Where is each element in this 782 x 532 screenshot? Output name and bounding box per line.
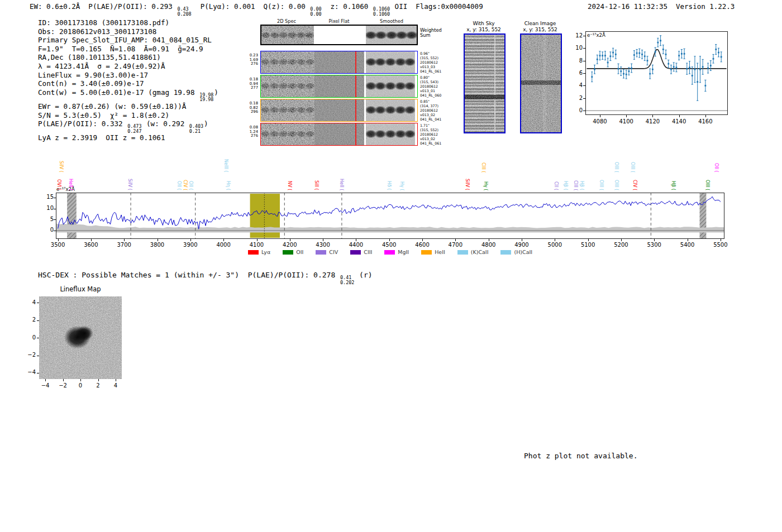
- fiber-positions-plot: [39, 296, 122, 379]
- data-point: [633, 54, 635, 56]
- x-tick-mark: [721, 239, 721, 241]
- emission-line-label: Hβ (: [579, 181, 584, 190]
- emission-line-label: NeIII (: [223, 159, 228, 172]
- fiber-id-value: 20180612: [420, 84, 441, 89]
- fiber-id-value: 041_RL_061: [420, 141, 441, 146]
- data-point: [597, 59, 598, 60]
- y-tick-mark: [583, 48, 585, 49]
- y-tick-label: −2: [20, 352, 36, 358]
- weighted-smoothed-image: [366, 26, 417, 44]
- y-tick-label: 2: [567, 95, 583, 101]
- row-pixel-flat-image: [314, 51, 364, 73]
- fiber-id-value: (314, 377): [420, 104, 441, 108]
- row-weight-labels: 0.231.69276: [246, 54, 258, 66]
- x-tick-mark: [679, 115, 680, 117]
- row-smoothed-image: [366, 123, 415, 145]
- legend-label: (K)CaII: [471, 249, 489, 255]
- legend-swatch: [283, 250, 293, 255]
- spec2d-row-0: [260, 51, 418, 74]
- info-line-9: EWr = 0.87(±0.26) (w: 0.59(±0.18))Å: [38, 102, 218, 111]
- y-tick-label: 8: [567, 57, 583, 64]
- elixer-report-page: EW: 0.6±0.2Å P(LAE)/P(OII): 0.293 0.430.…: [0, 0, 782, 532]
- x-tick-mark: [600, 115, 600, 117]
- y-tick-label: 4: [567, 82, 583, 88]
- row-pixel-flat-image: [314, 99, 364, 121]
- x-tick-label: 4200: [283, 242, 297, 248]
- y-tick-mark: [54, 219, 56, 220]
- row-pixel-flat-image: [314, 75, 364, 97]
- info-line-10: S/N = 5.3(±0.5) χ² = 1.8(±0.2): [38, 111, 218, 120]
- text-segment: F=1.9" T=0.165 N̄=1.08 Ā=0.91 ḡ=24.9: [38, 45, 203, 53]
- fraction-bottom: 0.247: [127, 129, 141, 134]
- x-tick-mark: [91, 239, 92, 241]
- y-tick-label: 0: [38, 227, 54, 233]
- y-tick-mark: [583, 85, 585, 86]
- photz-unavailable-note: Phot z plot not available.: [524, 452, 638, 460]
- fraction-bottom: 0.202: [340, 280, 354, 285]
- data-point: [704, 85, 706, 87]
- data-point: [620, 70, 622, 72]
- y-tick-mark: [583, 98, 585, 99]
- data-point: [591, 76, 593, 78]
- legend-item-mgii: MgII: [384, 249, 409, 255]
- fraction-bottom: 0.208: [177, 12, 191, 17]
- info-line-6: LineFlux = 9.90(±3.00)e-17: [38, 71, 218, 80]
- row-weight-labels: 0.180.82296: [246, 102, 258, 114]
- stacked-fraction: 0.10600.1060: [373, 7, 390, 16]
- noise-texture: [366, 75, 415, 97]
- x-tick-mark: [522, 239, 522, 241]
- legend-item-hcaii: (H)CaII: [500, 249, 532, 255]
- y-tick-mark: [583, 73, 585, 74]
- fraction-bottom: 0.21: [189, 129, 203, 134]
- x-tick-label: −4: [41, 382, 50, 389]
- x-tick-label: 4000: [216, 242, 230, 248]
- text-segment: (w: 0.292: [142, 119, 188, 128]
- fiber-id-value: (315, 552): [420, 128, 441, 132]
- fiber-id-value: v013_01: [420, 89, 441, 93]
- fiber-id-value: v013_02: [420, 137, 441, 141]
- row-2d-spec-image: [261, 75, 314, 97]
- y-tick-label: 0: [567, 107, 583, 113]
- x-tick-label: −2: [59, 382, 67, 389]
- x-tick-label: 5200: [614, 242, 628, 248]
- inset-unit-label: e⁻¹⁷x2Å: [587, 32, 605, 38]
- emission-line-label: OII (: [713, 163, 719, 172]
- stacked-fraction: 19.9819.98: [199, 93, 213, 102]
- emission-line-label: CII (: [553, 181, 559, 190]
- text-segment: EWr = 0.87(±0.26) (w: 0.59(±0.18))Å: [38, 102, 186, 111]
- data-point: [649, 73, 651, 75]
- text-segment: RA,Dec (180.101135,51.418861): [38, 53, 161, 61]
- data-point: [641, 54, 643, 55]
- x-tick-mark: [290, 239, 290, 241]
- data-point: [699, 69, 701, 70]
- text-segment: P(Lyα): 0.001 Q(z): 0.00: [192, 2, 310, 11]
- stack-subtitle: x, y: 315, 552: [523, 27, 557, 32]
- pixel-flat-marker-line: [355, 99, 356, 121]
- x-tick-mark: [626, 115, 627, 117]
- legend-label: MgII: [398, 249, 409, 255]
- x-tick-label: 4800: [481, 242, 495, 248]
- data-point: [713, 58, 714, 60]
- data-point: [602, 55, 603, 56]
- data-point: [636, 52, 638, 54]
- data-point: [692, 75, 693, 76]
- text-segment: OII Flags:0x00004009: [390, 2, 483, 11]
- text-segment: P(LAE)/P(OII): 0.332: [38, 119, 127, 128]
- y-tick-mark: [54, 231, 56, 231]
- fiber-id-value: v013_03: [420, 65, 441, 69]
- emission-line-label: CIII (: [573, 180, 578, 190]
- emission-line-label: OIII (: [613, 180, 619, 190]
- x-tick-label: 4140: [672, 118, 686, 124]
- emission-line-label: Hγ (: [483, 181, 488, 190]
- emission-line-label: Hβ (: [562, 181, 568, 190]
- pixel-flat-marker-line: [355, 123, 356, 145]
- row-pixel-flat-image: [314, 123, 364, 145]
- fiber-id-value: 041_RL_041: [420, 117, 441, 122]
- data-point: [660, 40, 661, 41]
- data-point: [628, 70, 630, 72]
- fiber-id-value: 041_RL_060: [420, 93, 441, 98]
- x-tick-mark: [356, 239, 356, 241]
- noise-texture: [261, 26, 314, 44]
- x-tick-label: 0: [79, 382, 82, 389]
- data-point: [702, 66, 704, 68]
